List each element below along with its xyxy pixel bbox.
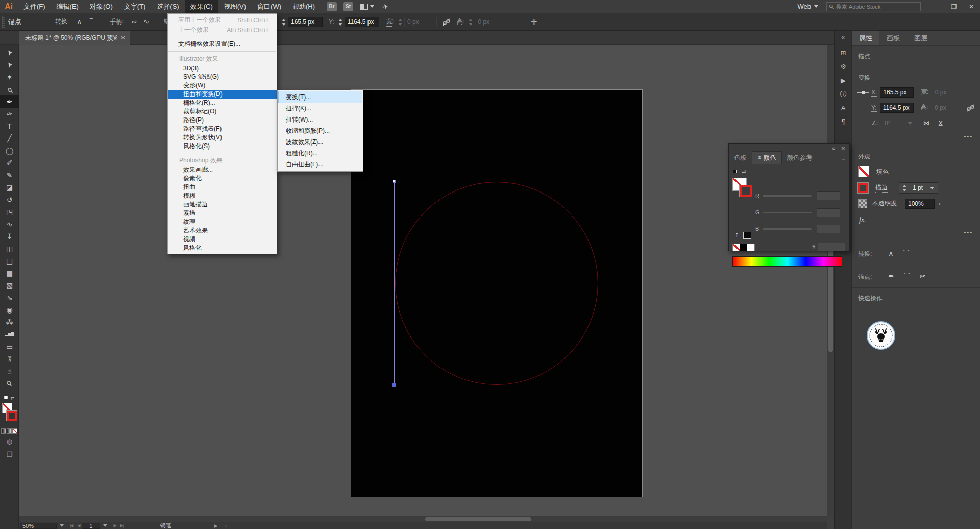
screen-mode-button[interactable]: ❐ xyxy=(0,449,19,460)
swap-fill-stroke-icon[interactable]: ⇄ xyxy=(0,394,18,401)
symbol-sprayer-tool[interactable]: ⁂ xyxy=(0,316,19,328)
stroke-weight-dropdown[interactable] xyxy=(927,183,937,193)
none-swatch[interactable] xyxy=(733,244,740,251)
hand-tool[interactable]: ☝ xyxy=(0,365,19,377)
rotate-tool[interactable]: ↺ xyxy=(0,194,19,206)
draw-mode-button[interactable]: ◍ xyxy=(0,436,19,447)
pen-add-icon[interactable]: ✒ xyxy=(888,272,894,281)
menu-item[interactable]: 转换为形状(V) xyxy=(168,133,277,142)
menu-item[interactable]: 艺术效果 xyxy=(168,226,277,235)
shape-builder-tool[interactable]: ◫ xyxy=(0,243,19,255)
info-panel-icon[interactable]: ⓘ xyxy=(835,87,852,101)
transform-more-options[interactable]: ••• xyxy=(852,128,980,139)
menu-item[interactable]: 应用上一个效果 Shift+Ctrl+E xyxy=(168,15,277,25)
menu-item[interactable]: 路径查找器(F) xyxy=(168,125,277,133)
submenu-item[interactable]: 扭转(W)... xyxy=(279,114,362,125)
fx-button[interactable]: fx. xyxy=(852,209,980,224)
column-graph-tool[interactable]: ▂▅▇ xyxy=(0,328,19,341)
menu-item[interactable]: 风格化(S) xyxy=(168,142,277,151)
y-label[interactable]: Y: xyxy=(329,18,334,26)
tab-color-guide[interactable]: 颜色参考 xyxy=(782,152,818,164)
menubar-item[interactable]: 视图(V) xyxy=(218,0,252,13)
zoom-level-field[interactable]: 50% xyxy=(20,523,57,529)
close-panel-icon[interactable]: ✕ xyxy=(841,146,845,151)
document-tab[interactable]: 未标题-1* @ 50% (RGB/GPU 预览) ✕ xyxy=(19,31,130,45)
menu-item[interactable]: 纹理 xyxy=(168,218,277,226)
last-color-control[interactable]: ↥ xyxy=(734,232,751,239)
workspace-dropdown[interactable]: Web xyxy=(798,3,819,10)
zoom-tool[interactable]: ⚲ xyxy=(0,377,19,390)
horizontal-scrollbar[interactable] xyxy=(19,516,827,522)
menu-item[interactable]: 上一个效果 Alt+Shift+Ctrl+E xyxy=(168,25,277,35)
first-artboard-icon[interactable]: |◀ xyxy=(70,523,73,528)
search-input[interactable] xyxy=(836,4,918,10)
menubar-item[interactable]: 窗口(W) xyxy=(252,0,287,13)
submenu-item[interactable]: 收缩和膨胀(P)... xyxy=(279,125,362,136)
stock-search-box[interactable]: ⚲ xyxy=(826,2,921,11)
menubar-item[interactable]: 效果(C) xyxy=(185,0,218,13)
previous-artboard-icon[interactable]: ◀ xyxy=(77,523,80,528)
submenu-item[interactable]: 波纹效果(Z)... xyxy=(279,136,362,148)
selected-path-segment[interactable] xyxy=(394,181,395,386)
menu-item[interactable]: 变形(W) xyxy=(168,81,277,90)
opacity-value-field[interactable]: 100% xyxy=(905,199,935,209)
tab-close-icon[interactable]: ✕ xyxy=(120,34,126,41)
flip-vertical-icon[interactable]: ⋈ xyxy=(939,120,942,126)
submenu-item[interactable]: 自由扭曲(F)... xyxy=(279,159,362,170)
vertical-scrollbar[interactable] xyxy=(827,45,834,516)
stroke-weight-stepper[interactable] xyxy=(902,185,906,191)
menu-item[interactable]: 裁剪标记(O) xyxy=(168,107,277,116)
direct-selection-tool[interactable]: ➤ xyxy=(0,59,19,71)
eyedropper-tool[interactable]: ⇘ xyxy=(0,292,19,304)
menubar-item[interactable]: 对象(O) xyxy=(84,0,118,13)
white-swatch[interactable] xyxy=(747,244,754,251)
y-stepper[interactable] xyxy=(338,19,342,26)
bridge-icon[interactable]: Br xyxy=(327,2,337,11)
show-handles-icon[interactable]: ∾ xyxy=(129,16,140,28)
magic-wand-tool[interactable]: ✶ xyxy=(0,71,19,83)
stroke-color-swatch[interactable] xyxy=(7,411,17,421)
red-value-field[interactable] xyxy=(817,191,840,200)
horizontal-scrollbar-thumb[interactable] xyxy=(425,517,531,521)
panel-menu-icon[interactable]: ≡ xyxy=(841,154,845,162)
puppet-warp-tool[interactable]: ↧ xyxy=(0,230,19,243)
menu-item[interactable]: 扭曲和变换(D) xyxy=(168,90,277,99)
stroke-proxy-swatch[interactable] xyxy=(740,185,752,197)
opacity-options-icon[interactable]: › xyxy=(939,201,941,207)
unlink-constrain-icon[interactable] xyxy=(442,18,451,27)
submenu-item[interactable]: 粗糙化(R)... xyxy=(279,148,362,159)
type-tool[interactable]: T xyxy=(0,120,19,132)
blend-tool[interactable]: ◉ xyxy=(0,304,19,316)
fill-label[interactable]: 填色 xyxy=(876,167,889,176)
blue-slider[interactable] xyxy=(763,228,812,230)
character-panel-icon[interactable]: A xyxy=(835,101,852,115)
flip-horizontal-icon[interactable]: ⋈ xyxy=(923,122,929,125)
asset-export-panel-icon[interactable]: ⚙ xyxy=(835,60,852,74)
menubar-item[interactable]: 选择(S) xyxy=(151,0,184,13)
none-button[interactable] xyxy=(12,428,17,434)
slice-tool[interactable]: ✂ xyxy=(0,353,19,365)
tab-color[interactable]: ⇕ 颜色 xyxy=(752,151,782,164)
tab-artboards[interactable]: 画板 xyxy=(879,31,907,45)
y-label[interactable]: Y: xyxy=(871,104,877,112)
actions-panel-icon[interactable]: ▶ xyxy=(835,74,852,87)
next-artboard-icon[interactable]: ▶ xyxy=(113,523,116,528)
convert-to-corner-icon[interactable]: ∧ xyxy=(74,16,85,28)
circle-path[interactable] xyxy=(395,182,598,385)
shaper-tool[interactable]: ✎ xyxy=(0,169,19,181)
menu-item[interactable]: 像素化 xyxy=(168,174,277,183)
paintbrush-tool[interactable]: ✐ xyxy=(0,157,19,169)
stroke-swatch[interactable] xyxy=(858,183,868,193)
menu-item-document-raster-settings[interactable]: 文档栅格效果设置(E)... xyxy=(168,39,277,49)
stroke-weight-control[interactable]: 1 pt xyxy=(899,182,938,194)
convert-to-smooth-icon[interactable]: ⌒ xyxy=(903,249,910,258)
menu-item[interactable]: 风格化 xyxy=(168,244,277,252)
menubar-item[interactable]: 文件(F) xyxy=(18,0,51,13)
hide-handles-icon[interactable]: ∿ xyxy=(141,16,152,28)
gradient-button[interactable] xyxy=(7,428,12,434)
expand-panels-icon[interactable]: « xyxy=(835,31,851,46)
menu-item[interactable]: 扭曲 xyxy=(168,183,277,191)
paragraph-panel-icon[interactable]: ¶ xyxy=(835,115,852,129)
constrain-proportions-icon[interactable]: ✛ xyxy=(531,18,537,26)
menu-item[interactable]: 模糊 xyxy=(168,191,277,200)
